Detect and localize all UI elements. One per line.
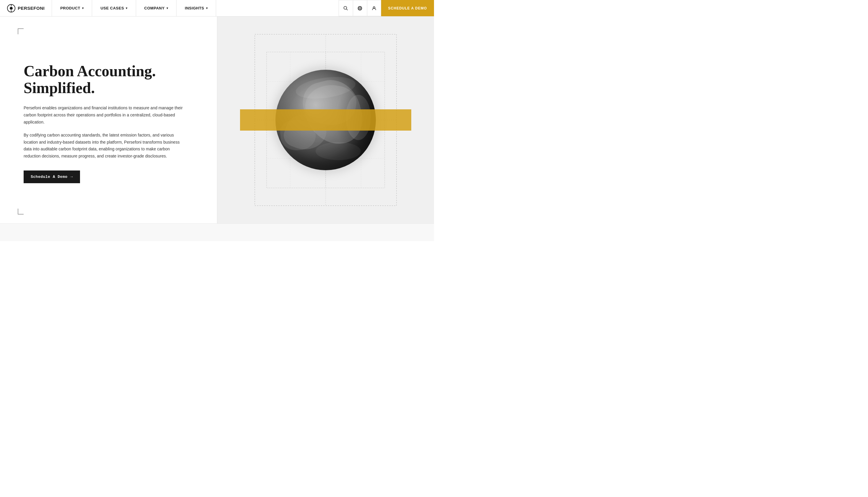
search-button[interactable] bbox=[339, 0, 353, 16]
svg-point-1 bbox=[10, 7, 13, 10]
hero-section: Carbon Accounting. Simplified. Persefoni… bbox=[0, 16, 434, 223]
nav-insights[interactable]: INSIGHTS ▾ bbox=[177, 0, 216, 16]
schedule-demo-button[interactable]: SCHEDULE A DEMO bbox=[381, 0, 434, 16]
bottom-strip bbox=[0, 223, 434, 241]
logo-link[interactable]: PERSEFONI bbox=[0, 0, 52, 16]
globe-container bbox=[249, 28, 402, 212]
chevron-down-icon: ▾ bbox=[206, 6, 208, 10]
svg-line-5 bbox=[347, 9, 348, 10]
nav-icon-group bbox=[339, 0, 381, 16]
hero-visual bbox=[217, 16, 434, 223]
hero-subtitle: Persefoni enables organizations and fina… bbox=[24, 104, 183, 126]
nav-company[interactable]: COMPANY ▾ bbox=[136, 0, 177, 16]
search-icon bbox=[343, 6, 348, 11]
user-button[interactable] bbox=[367, 0, 381, 16]
corner-bracket-tl bbox=[18, 28, 24, 34]
logo-text: PERSEFONI bbox=[18, 5, 45, 11]
hero-content: Carbon Accounting. Simplified. Persefoni… bbox=[0, 16, 217, 223]
corner-bracket-bl bbox=[18, 209, 24, 214]
nav-use-cases[interactable]: USE CASES ▾ bbox=[92, 0, 136, 16]
svg-point-4 bbox=[344, 6, 347, 9]
gold-bar bbox=[240, 109, 411, 131]
chevron-down-icon: ▾ bbox=[82, 6, 84, 10]
chevron-down-icon: ▾ bbox=[166, 6, 168, 10]
chevron-down-icon: ▾ bbox=[126, 6, 128, 10]
user-icon bbox=[372, 6, 377, 11]
globe-icon bbox=[357, 6, 362, 11]
logo-icon bbox=[7, 4, 15, 12]
nav-product[interactable]: PRODUCT ▾ bbox=[52, 0, 92, 16]
hero-title: Carbon Accounting. Simplified. bbox=[24, 63, 199, 96]
language-button[interactable] bbox=[353, 0, 367, 16]
arrow-icon: → bbox=[71, 175, 73, 179]
main-nav: PERSEFONI PRODUCT ▾ USE CASES ▾ COMPANY … bbox=[0, 0, 434, 16]
hero-cta-label: Schedule A Demo bbox=[31, 175, 68, 179]
hero-body: By codifying carbon accounting standards… bbox=[24, 132, 183, 160]
hero-cta-button[interactable]: Schedule A Demo → bbox=[24, 170, 80, 183]
